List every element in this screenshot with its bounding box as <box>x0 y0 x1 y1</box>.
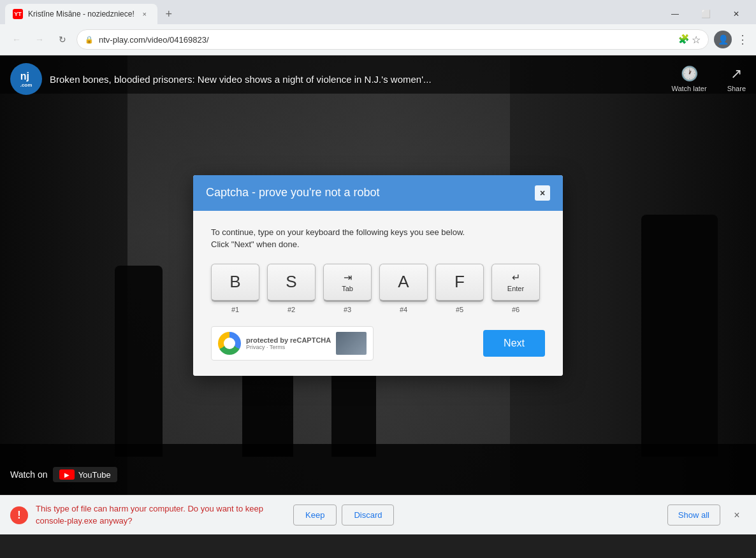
extensions-icon: 🧩 <box>678 34 689 46</box>
key-cap-tab: ⇥ Tab <box>323 264 372 302</box>
lock-icon: 🔒 <box>85 36 94 44</box>
download-actions: Keep Discard <box>293 504 394 526</box>
refresh-button[interactable]: ↻ <box>54 31 71 48</box>
url-actions: 🧩 ☆ <box>678 34 701 46</box>
key-cap-b: B <box>211 264 259 302</box>
key-num-4: #4 <box>400 306 407 313</box>
key-num-6: #6 <box>512 306 520 313</box>
recaptcha-protected-text: protected by reCAPTCHA <box>246 336 331 344</box>
video-area: nj .com Broken bones, bloodied prisoners… <box>0 55 756 495</box>
keep-button[interactable]: Keep <box>293 504 337 526</box>
key-cap-f: F <box>435 264 484 302</box>
close-download-bar-button[interactable]: × <box>728 506 746 524</box>
captcha-instructions: To continue, type on your keyboard the f… <box>211 226 545 251</box>
address-bar: ← → ↻ 🔒 ntv-play.com/video/04169823/ 🧩 ☆… <box>0 24 756 55</box>
tab-label-text: Tab <box>342 285 353 292</box>
key-item-4: A #4 <box>379 264 428 313</box>
recaptcha-badge: protected by reCAPTCHA Privacy · Terms <box>211 326 374 361</box>
enter-arrow-icon: ↵ <box>512 271 520 283</box>
window-controls: — ⬜ ✕ <box>660 4 751 24</box>
key-item-5: F #5 <box>435 264 484 313</box>
key-num-3: #3 <box>344 306 351 313</box>
download-bar: ! This type of file can harm your comput… <box>0 495 756 534</box>
recaptcha-links: Privacy · Terms <box>246 344 331 350</box>
tab-title: Kristīne Misāne - noziedzniece! <box>28 10 134 18</box>
back-button[interactable]: ← <box>8 31 25 48</box>
browser-chrome: YT Kristīne Misāne - noziedzniece! × + —… <box>0 0 756 55</box>
instructions-line1: To continue, type on your keyboard the f… <box>211 227 465 237</box>
captcha-body: To continue, type on your keyboard the f… <box>193 211 563 376</box>
captcha-footer: protected by reCAPTCHA Privacy · Terms N… <box>211 326 545 361</box>
key-item-2: S #2 <box>267 264 316 313</box>
title-bar: YT Kristīne Misāne - noziedzniece! × + —… <box>0 0 756 24</box>
show-all-button[interactable]: Show all <box>667 504 720 526</box>
captcha-title: Captcha - prove you're not a robot <box>206 186 380 199</box>
url-domain: ntv-play.com <box>99 35 145 45</box>
recaptcha-logo <box>218 332 241 355</box>
key-item-1: B #1 <box>211 264 259 313</box>
url-text: ntv-play.com/video/04169823/ <box>99 35 209 45</box>
captcha-dialog: Captcha - prove you're not a robot × To … <box>193 175 563 376</box>
recaptcha-logo-area <box>218 332 241 355</box>
warning-icon: ! <box>10 506 28 524</box>
chrome-menu-icon[interactable]: ⋮ <box>737 32 748 46</box>
close-window-button[interactable]: ✕ <box>722 4 751 24</box>
tab-arrow-icon: ⇥ <box>344 271 352 283</box>
minimize-button[interactable]: — <box>660 4 690 24</box>
instructions-line2: Click "Next" when done. <box>211 240 300 249</box>
maximize-button[interactable]: ⬜ <box>691 4 720 24</box>
key-cap-s: S <box>267 264 316 302</box>
new-tab-button[interactable]: + <box>160 5 178 23</box>
key-num-5: #5 <box>456 306 463 313</box>
forward-button[interactable]: → <box>31 31 48 48</box>
recaptcha-text-area: protected by reCAPTCHA Privacy · Terms <box>246 336 331 350</box>
url-path: /video/04169823/ <box>145 35 209 45</box>
keys-row: B #1 S #2 ⇥ Tab #3 <box>211 264 545 313</box>
captcha-close-button[interactable]: × <box>535 185 550 201</box>
url-bar[interactable]: 🔒 ntv-play.com/video/04169823/ 🧩 ☆ <box>76 29 709 50</box>
tab-favicon: YT <box>13 9 23 19</box>
key-num-2: #2 <box>287 306 295 313</box>
key-item-6: ↵ Enter #6 <box>491 264 540 313</box>
enter-label-text: Enter <box>507 285 524 292</box>
tab-close-button[interactable]: × <box>140 9 150 19</box>
download-warning-text: This type of file can harm your computer… <box>36 503 278 526</box>
key-cap-enter: ↵ Enter <box>491 264 540 302</box>
discard-button[interactable]: Discard <box>342 504 394 526</box>
next-button[interactable]: Next <box>483 330 545 357</box>
key-item-3: ⇥ Tab #3 <box>323 264 372 313</box>
bookmark-icon[interactable]: ☆ <box>692 34 701 46</box>
profile-icon[interactable]: 👤 <box>714 31 732 48</box>
browser-tab[interactable]: YT Kristīne Misāne - noziedzniece! × <box>5 4 157 24</box>
favicon-text: YT <box>14 11 22 17</box>
key-cap-a: A <box>379 264 428 302</box>
recaptcha-thumbnail <box>336 332 367 355</box>
captcha-overlay: Captcha - prove you're not a robot × To … <box>0 55 756 495</box>
key-num-1: #1 <box>231 306 239 313</box>
captcha-header: Captcha - prove you're not a robot × <box>193 175 563 211</box>
